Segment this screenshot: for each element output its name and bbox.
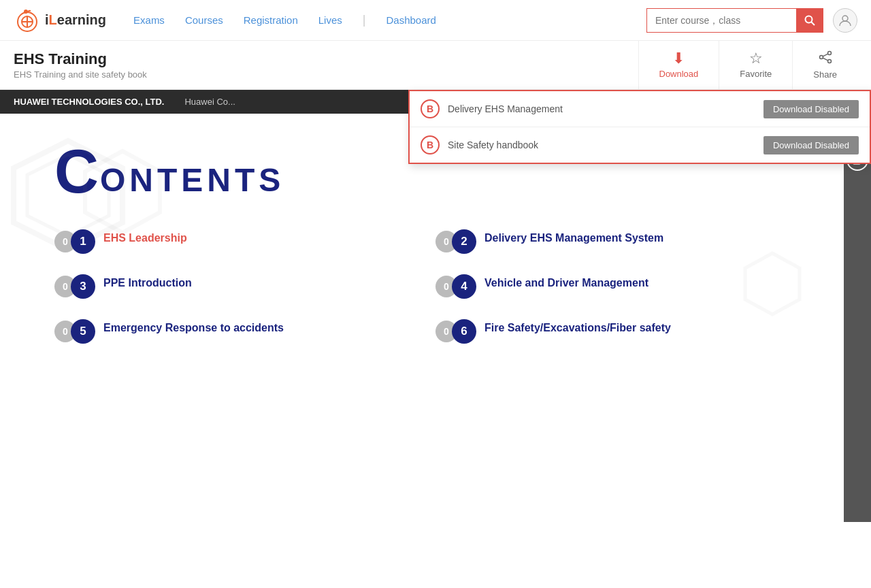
toc-main-3: 3 — [71, 274, 95, 299]
search-icon — [804, 15, 815, 26]
user-icon — [838, 14, 852, 27]
toc-label-6: Fire Safety/Excavations/Fiber safety — [484, 319, 671, 334]
page-title: EHS Training — [14, 50, 638, 68]
svg-point-4 — [24, 10, 28, 14]
download-item-2: B Site Safety handbook Download Disabled — [410, 127, 870, 163]
content-area: C ONTENTS 0 1 EHS Leadership 0 2 — [0, 114, 844, 522]
search-input[interactable] — [646, 8, 796, 33]
page-title-area: EHS Training EHS Training and site safet… — [14, 50, 638, 80]
avatar[interactable] — [833, 8, 857, 33]
toc-item-5: 0 5 Emergency Response to accidents — [54, 319, 408, 344]
company-name: HUAWEI TECHNOLOGIES CO., LTD. — [14, 97, 164, 107]
file-name-2: Site Safety handbook — [448, 140, 763, 150]
toc-main-2: 2 — [452, 229, 476, 254]
file-name-1: Delivery EHS Management — [448, 103, 763, 114]
toc-label-1: EHS Leadership — [103, 229, 187, 244]
toc-label-2: Delivery EHS Management System — [484, 229, 663, 244]
toc-badge-1: 0 1 — [54, 229, 95, 254]
share-action[interactable]: Share — [792, 41, 857, 90]
toc-main-5: 5 — [71, 319, 95, 344]
toc-item-6: 0 6 Fire Safety/Excavations/Fiber safety — [436, 319, 789, 344]
toc-badge-3: 0 3 — [54, 274, 95, 299]
book-page: C ONTENTS 0 1 EHS Leadership 0 2 — [0, 114, 844, 522]
contents-big-c: C — [54, 141, 99, 202]
svg-line-6 — [811, 22, 815, 25]
favorite-icon: ☆ — [749, 51, 763, 66]
logo-icon — [14, 7, 41, 34]
company-sub: Huawei Co... — [184, 97, 235, 107]
toc-grid: 0 1 EHS Leadership 0 2 Delivery EHS Mana… — [54, 229, 789, 344]
nav-dashboard[interactable]: Dashboard — [387, 14, 436, 26]
svg-line-12 — [823, 58, 827, 61]
download-label: Download — [659, 69, 699, 79]
svg-line-11 — [823, 54, 827, 56]
favorite-action[interactable]: ☆ Favorite — [719, 41, 792, 90]
main-content: C ONTENTS 0 1 EHS Leadership 0 2 — [0, 114, 871, 522]
search-area — [646, 8, 857, 33]
toolbar-actions: ⬇ Download ☆ Favorite Share — [638, 41, 858, 90]
download-icon: ⬇ — [672, 51, 685, 66]
toc-label-4: Vehicle and Driver Management — [484, 274, 648, 289]
toc-main-1: 1 — [71, 229, 95, 254]
page-subtitle: EHS Training and site safety book — [14, 69, 638, 80]
contents-rest: ONTENTS — [100, 161, 284, 199]
toc-badge-6: 0 6 — [436, 319, 476, 344]
toc-label-5: Emergency Response to accidents — [103, 319, 284, 334]
toc-label-3: PPE Introduction — [103, 274, 192, 289]
toc-item-1: 0 1 EHS Leadership — [54, 229, 408, 254]
nav-exams[interactable]: Exams — [133, 14, 165, 26]
share-icon — [819, 50, 832, 67]
file-icon-1: B — [421, 99, 440, 118]
svg-point-7 — [842, 16, 848, 21]
download-item-1: B Delivery EHS Management Download Disab… — [410, 91, 870, 127]
file-icon-2: B — [421, 135, 440, 154]
download-disabled-btn-1[interactable]: Download Disabled — [763, 100, 859, 118]
nav-lives[interactable]: Lives — [318, 14, 342, 26]
main-nav: Exams Courses Registration Lives | Dashb… — [133, 13, 646, 27]
download-disabled-btn-2[interactable]: Download Disabled — [763, 136, 859, 154]
right-sidebar — [844, 114, 871, 522]
download-action[interactable]: ⬇ Download — [638, 41, 719, 90]
svg-point-10 — [827, 60, 831, 63]
logo-text: iLearning — [45, 12, 106, 28]
svg-point-8 — [827, 52, 831, 55]
share-label: Share — [813, 69, 837, 80]
toc-item-4: 0 4 Vehicle and Driver Management — [436, 274, 789, 299]
toc-item-2: 0 2 Delivery EHS Management System — [436, 229, 789, 254]
toc-badge-5: 0 5 — [54, 319, 95, 344]
svg-point-9 — [819, 56, 823, 59]
toc-badge-4: 0 4 — [436, 274, 476, 299]
favorite-label: Favorite — [740, 69, 772, 79]
toolbar: EHS Training EHS Training and site safet… — [0, 41, 871, 90]
logo[interactable]: iLearning — [14, 7, 106, 34]
toc-main-6: 6 — [452, 319, 476, 344]
header: iLearning Exams Courses Registration Liv… — [0, 0, 871, 41]
nav-separator: | — [363, 13, 366, 27]
nav-courses[interactable]: Courses — [185, 14, 223, 26]
toc-badge-2: 0 2 — [436, 229, 476, 254]
toc-main-4: 4 — [452, 274, 476, 299]
toc-item-3: 0 3 PPE Introduction — [54, 274, 408, 299]
search-button[interactable] — [796, 8, 823, 33]
nav-registration[interactable]: Registration — [244, 14, 298, 26]
download-dropdown: B Delivery EHS Management Download Disab… — [408, 90, 871, 164]
